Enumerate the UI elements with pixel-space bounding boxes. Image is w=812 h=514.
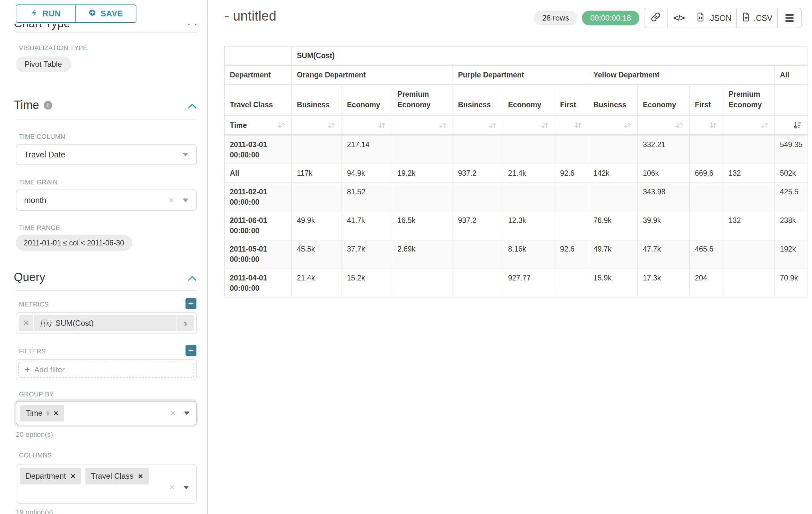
sort-desc-icon[interactable] — [793, 120, 802, 130]
control-panel: Chart Type RUN SAVE VISUALIZATION TYPE P… — [0, 0, 208, 514]
more-options-button[interactable] — [778, 8, 801, 28]
remove-chip-icon[interactable]: ✕ — [70, 472, 76, 480]
pivot-sort-cell-time[interactable]: Time — [225, 116, 292, 135]
pivot-sort-cell[interactable] — [588, 116, 638, 135]
pivot-sort-cell[interactable] — [775, 116, 808, 135]
query-section-heading: Query — [14, 270, 197, 284]
pivot-sort-cell[interactable] — [292, 116, 342, 135]
pivot-value-cell: 343.98 — [638, 183, 690, 211]
pivot-value-cell — [723, 269, 775, 297]
time-column-select[interactable]: Travel Date — [16, 144, 197, 165]
time-range-value[interactable]: 2011-01-01 ≤ col < 2011-06-30 — [16, 235, 132, 250]
run-button-label: RUN — [42, 9, 61, 18]
columns-select[interactable]: Department ✕ Travel Class ✕ × — [16, 464, 197, 504]
query-section-title: Query — [14, 270, 45, 284]
pivot-sort-cell[interactable] — [690, 116, 723, 135]
metric-label[interactable]: ƒ(x) SUM(Cost) — [34, 315, 176, 331]
sort-icon[interactable] — [277, 120, 286, 130]
file-code-icon — [696, 12, 705, 24]
pivot-sort-cell[interactable] — [342, 116, 392, 135]
pivot-value-cell — [453, 269, 503, 297]
pivot-table-container: SUM(Cost)DepartmentOrange DepartmentPurp… — [224, 46, 808, 297]
sort-icon[interactable] — [438, 120, 447, 130]
link-icon — [651, 12, 661, 24]
time-range-label: TIME RANGE — [19, 224, 60, 232]
pivot-value-cell — [392, 183, 453, 211]
clear-icon[interactable]: × — [170, 408, 176, 418]
time-section-heading: Time i — [14, 98, 197, 112]
pivot-value-cell: 19.2k — [392, 164, 453, 183]
save-button[interactable]: SAVE — [76, 5, 136, 22]
pivot-value-cell: 106k — [638, 164, 690, 183]
sort-icon[interactable] — [377, 120, 387, 130]
group-by-options-hint: 20 option(s) — [16, 431, 53, 439]
time-grain-select[interactable]: month × — [16, 190, 197, 211]
run-button[interactable]: RUN — [17, 5, 76, 22]
add-filter-placeholder: Add filter — [34, 365, 65, 374]
pivot-row-label: 2011-06-01 00:00:00 — [225, 211, 292, 240]
sort-icon[interactable] — [327, 120, 336, 130]
metric-pill[interactable]: ✕ ƒ(x) SUM(Cost) › — [19, 315, 194, 331]
divider — [16, 32, 197, 33]
remove-metric-icon[interactable]: ✕ — [19, 315, 33, 331]
clear-icon[interactable]: × — [169, 483, 175, 492]
pivot-value-cell: 16.5k — [392, 211, 453, 240]
pivot-value-cell — [392, 135, 453, 164]
pivot-sort-cell[interactable] — [638, 116, 690, 135]
sort-icon[interactable] — [675, 120, 684, 130]
query-duration-badge: 00:00:00.18 — [582, 10, 639, 25]
pivot-value-cell: 12.3k — [503, 211, 555, 240]
add-filter-plus-button[interactable] — [185, 345, 196, 356]
sort-icon[interactable] — [573, 120, 583, 130]
time-section-title: Time — [14, 98, 39, 112]
group-by-label: GROUP BY — [19, 390, 54, 398]
pivot-value-cell: 49.7k — [588, 240, 638, 269]
pivot-sort-cell[interactable] — [503, 116, 555, 135]
sort-icon[interactable] — [622, 120, 632, 130]
pivot-class-header: Premium Economy — [723, 84, 775, 115]
pivot-value-cell: 142k — [588, 164, 638, 183]
run-save-button-group: RUN SAVE — [16, 4, 137, 23]
time-collapse-chevron-icon[interactable] — [188, 98, 197, 112]
pivot-value-cell: 117k — [292, 164, 342, 183]
pivot-value-cell — [292, 135, 342, 164]
chevron-right-icon[interactable]: › — [177, 315, 194, 331]
pivot-row-label: 2011-05-01 00:00:00 — [225, 240, 292, 269]
copy-link-button[interactable] — [644, 8, 668, 28]
clear-icon[interactable]: × — [169, 195, 174, 205]
sort-icon[interactable] — [540, 120, 549, 130]
query-collapse-chevron-icon[interactable] — [188, 270, 197, 284]
visualization-type-value[interactable]: Pivot Table — [16, 57, 70, 72]
pivot-class-header: First — [555, 84, 588, 115]
pivot-value-cell: 17.3k — [638, 269, 690, 297]
chart-title[interactable]: - untitled — [225, 8, 276, 24]
pivot-value-cell: 937.2 — [453, 164, 503, 183]
pivot-sort-cell[interactable] — [392, 116, 453, 135]
columns-chip-department[interactable]: Department ✕ — [20, 468, 81, 484]
export-json-button[interactable]: .JSON — [691, 8, 737, 28]
view-query-button[interactable]: </> — [668, 8, 691, 28]
export-button-group: </> .JSON .CSV — [644, 8, 802, 28]
sort-icon[interactable] — [488, 120, 497, 130]
pivot-value-cell: 549.35 — [775, 135, 808, 164]
columns-chip-travel-class[interactable]: Travel Class ✕ — [85, 468, 149, 484]
pivot-class-header: Business — [588, 84, 638, 115]
export-csv-button[interactable]: .CSV — [737, 8, 778, 28]
pivot-value-cell — [453, 135, 503, 164]
pivot-value-cell: 21.4k — [292, 269, 342, 297]
remove-chip-icon[interactable]: ✕ — [138, 472, 143, 480]
pivot-sort-cell[interactable] — [555, 116, 588, 135]
pivot-sort-cell[interactable] — [453, 116, 503, 135]
visualization-type-label: VISUALIZATION TYPE — [19, 44, 87, 52]
add-filter-dropzone[interactable]: + Add filter — [18, 362, 194, 378]
pivot-value-cell: 21.4k — [503, 164, 555, 183]
add-metric-button[interactable] — [185, 298, 196, 309]
sort-icon[interactable] — [760, 120, 769, 130]
pivot-value-cell — [555, 135, 588, 164]
pivot-value-cell — [690, 183, 723, 211]
sort-icon[interactable] — [708, 120, 718, 130]
group-by-select[interactable]: Time i ✕ × — [16, 401, 197, 425]
pivot-sort-cell[interactable] — [723, 116, 775, 135]
group-by-chip-time[interactable]: Time i ✕ — [20, 405, 64, 422]
remove-chip-icon[interactable]: ✕ — [53, 410, 58, 417]
